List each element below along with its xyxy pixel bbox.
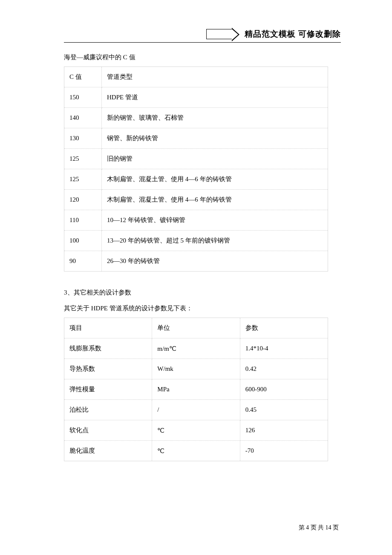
table1-caption: 海登—威廉议程中的 C 值 bbox=[64, 53, 328, 61]
table-cell: 90 bbox=[64, 251, 102, 272]
table-row: 线膨胀系数m/m℃1.4*10-4 bbox=[64, 338, 328, 359]
table-cell: 120 bbox=[64, 190, 102, 210]
table-cell: 150 bbox=[64, 87, 102, 108]
section-heading: 3、其它相关的设计参数 bbox=[64, 289, 328, 297]
table2-caption: 其它关于 HDPE 管道系统的设计参数见下表： bbox=[64, 304, 328, 312]
table-row: C 值 管道类型 bbox=[64, 67, 328, 87]
table-cell: 1.4*10-4 bbox=[240, 338, 328, 359]
table-row: 150HDPE 管道 bbox=[64, 87, 328, 108]
table-cell: 600-900 bbox=[240, 379, 328, 400]
table-header-cell: C 值 bbox=[64, 67, 102, 87]
page-footer: 第 4 页 共 14 页 bbox=[299, 524, 339, 532]
table-cell: 0.45 bbox=[240, 400, 328, 420]
table-cell: 125 bbox=[64, 169, 102, 190]
table-cell: 130 bbox=[64, 128, 102, 149]
table-cell: 13—20 年的铸铁管、超过 5 年前的镀锌钢管 bbox=[102, 231, 328, 251]
table-cell: 弹性模量 bbox=[64, 379, 152, 400]
table-row: 导热系数W/mk0.42 bbox=[64, 359, 328, 379]
table-row: 130钢管、新的铸铁管 bbox=[64, 128, 328, 149]
table-row: 脆化温度℃-70 bbox=[64, 441, 328, 461]
footer-mid: 页 共 bbox=[309, 524, 326, 531]
table-cell: / bbox=[152, 400, 240, 420]
table-cell: 新的钢管、玻璃管、石棉管 bbox=[102, 108, 328, 128]
table-cell: 140 bbox=[64, 108, 102, 128]
table-row: 140新的钢管、玻璃管、石棉管 bbox=[64, 108, 328, 128]
table-cell: 0.42 bbox=[240, 359, 328, 379]
arrow-right-icon bbox=[206, 29, 232, 39]
table-row: 项目 单位 参数 bbox=[64, 318, 328, 338]
design-params-table: 项目 单位 参数 线膨胀系数m/m℃1.4*10-4 导热系数W/mk0.42 … bbox=[64, 318, 328, 461]
table-header-cell: 管道类型 bbox=[102, 67, 328, 87]
table-row: 125木制扁管、混凝土管、使用 4—6 年的铸铁管 bbox=[64, 169, 328, 190]
header-banner: 精品范文模板 可修改删除 bbox=[206, 29, 341, 40]
table-cell: 线膨胀系数 bbox=[64, 338, 152, 359]
table-cell: 10—12 年铸铁管、镀锌钢管 bbox=[102, 210, 328, 231]
table-cell: 126 bbox=[240, 420, 328, 441]
table-cell: 导热系数 bbox=[64, 359, 152, 379]
table-cell: -70 bbox=[240, 441, 328, 461]
table-cell: 脆化温度 bbox=[64, 441, 152, 461]
c-value-table: C 值 管道类型 150HDPE 管道 140新的钢管、玻璃管、石棉管 130钢… bbox=[64, 66, 328, 272]
page-header: 精品范文模板 可修改删除 bbox=[64, 26, 341, 43]
table-cell: 26—30 年的铸铁管 bbox=[102, 251, 328, 272]
table-row: 10013—20 年的铸铁管、超过 5 年前的镀锌钢管 bbox=[64, 231, 328, 251]
table-cell: HDPE 管道 bbox=[102, 87, 328, 108]
table-cell: 木制扁管、混凝土管、使用 4—6 年的铸铁管 bbox=[102, 169, 328, 190]
table-row: 11010—12 年铸铁管、镀锌钢管 bbox=[64, 210, 328, 231]
table-cell: 旧的钢管 bbox=[102, 149, 328, 169]
table-cell: 100 bbox=[64, 231, 102, 251]
table-cell: 110 bbox=[64, 210, 102, 231]
table-header-cell: 项目 bbox=[64, 318, 152, 338]
table-row: 弹性模量MPa600-900 bbox=[64, 379, 328, 400]
table-cell: m/m℃ bbox=[152, 338, 240, 359]
table-cell: 钢管、新的铸铁管 bbox=[102, 128, 328, 149]
page-content: 海登—威廉议程中的 C 值 C 值 管道类型 150HDPE 管道 140新的钢… bbox=[64, 53, 328, 478]
footer-suffix: 页 bbox=[331, 524, 339, 531]
footer-total: 14 bbox=[326, 524, 331, 531]
table-cell: MPa bbox=[152, 379, 240, 400]
table-header-cell: 参数 bbox=[240, 318, 328, 338]
header-banner-text: 精品范文模板 可修改删除 bbox=[245, 29, 341, 40]
table-row: 125旧的钢管 bbox=[64, 149, 328, 169]
table-cell: 125 bbox=[64, 149, 102, 169]
table-cell: 软化点 bbox=[64, 420, 152, 441]
table-row: 泊松比/0.45 bbox=[64, 400, 328, 420]
footer-page: 4 bbox=[306, 524, 309, 531]
table-row: 9026—30 年的铸铁管 bbox=[64, 251, 328, 272]
table-row: 软化点℃126 bbox=[64, 420, 328, 441]
table-cell: W/mk bbox=[152, 359, 240, 379]
table-cell: ℃ bbox=[152, 420, 240, 441]
table-cell: 泊松比 bbox=[64, 400, 152, 420]
table-cell: 木制扁管、混凝土管、使用 4—6 年的铸铁管 bbox=[102, 190, 328, 210]
footer-prefix: 第 bbox=[299, 524, 306, 531]
table-cell: ℃ bbox=[152, 441, 240, 461]
table-header-cell: 单位 bbox=[152, 318, 240, 338]
table-row: 120木制扁管、混凝土管、使用 4—6 年的铸铁管 bbox=[64, 190, 328, 210]
